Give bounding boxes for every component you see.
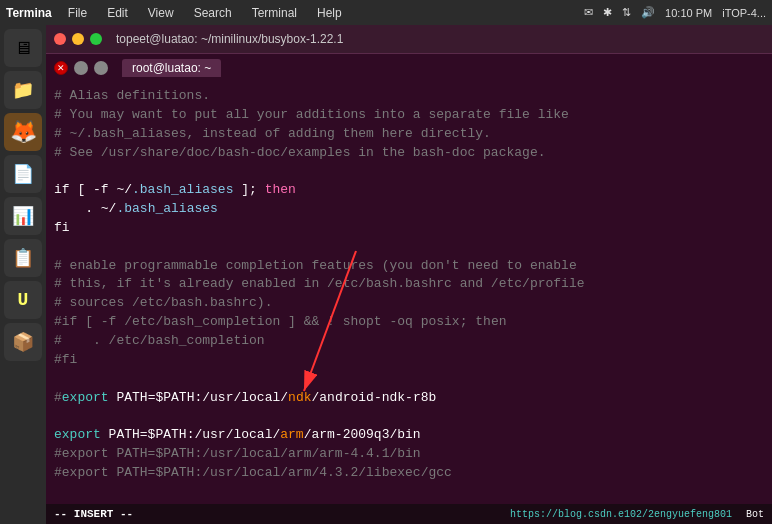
bluetooth-icon: ✱ bbox=[603, 6, 612, 19]
menu-file[interactable]: File bbox=[64, 4, 91, 22]
menu-edit[interactable]: Edit bbox=[103, 4, 132, 22]
title-bar-mini: topeet@luatao: ~/minilinux/busybox-1.22.… bbox=[46, 25, 772, 53]
title-bar-root: ✕ root@luatao: ~ bbox=[46, 53, 772, 81]
line-c4: #if [ -f /etc/bash_completion ] && ! sho… bbox=[54, 313, 764, 332]
tab-title-1: topeet@luatao: ~/minilinux/busybox-1.22.… bbox=[116, 32, 343, 46]
line-c6: #fi bbox=[54, 351, 764, 370]
line-2: # You may want to put all your additions… bbox=[54, 106, 764, 125]
status-mode: -- INSERT -- bbox=[54, 508, 133, 520]
volume-icon: 🔊 bbox=[641, 6, 655, 19]
network-icon: ⇅ bbox=[622, 6, 631, 19]
line-blank-3 bbox=[54, 370, 764, 389]
line-1: # Alias definitions. bbox=[54, 87, 764, 106]
menu-search[interactable]: Search bbox=[190, 4, 236, 22]
email-icon: ✉ bbox=[584, 6, 593, 19]
terminal-container: 🖥 📁 🦊 📄 📊 📋 U 📦 topeet@luatao: ~/minilin… bbox=[0, 25, 772, 524]
line-export-dim: #export PATH=$PATH:/usr/local/ndk/androi… bbox=[54, 389, 764, 408]
line-export-active: export PATH=$PATH:/usr/local/arm/arm-200… bbox=[54, 426, 764, 445]
term-content[interactable]: # Alias definitions. # You may want to p… bbox=[46, 81, 772, 504]
line-c5: # . /etc/bash_completion bbox=[54, 332, 764, 351]
sidebar: 🖥 📁 🦊 📄 📊 📋 U 📦 bbox=[0, 25, 46, 524]
tab-title-2: root@luatao: ~ bbox=[122, 59, 221, 77]
close-button-1[interactable] bbox=[54, 33, 66, 45]
line-blank-4 bbox=[54, 407, 764, 426]
sidebar-icon-doc[interactable]: 📄 bbox=[4, 155, 42, 193]
position-text: Bot bbox=[746, 509, 764, 520]
line-blank-1 bbox=[54, 162, 764, 181]
line-blank-2 bbox=[54, 238, 764, 257]
sidebar-icon-u[interactable]: U bbox=[4, 281, 42, 319]
menu-view[interactable]: View bbox=[144, 4, 178, 22]
line-c3: # sources /etc/bash.bashrc). bbox=[54, 294, 764, 313]
terminal-main: topeet@luatao: ~/minilinux/busybox-1.22.… bbox=[46, 25, 772, 524]
minimize-button-2[interactable] bbox=[74, 61, 88, 75]
sidebar-icon-notes[interactable]: 📋 bbox=[4, 239, 42, 277]
sidebar-icon-terminal[interactable]: 🖥 bbox=[4, 29, 42, 67]
minimize-button-1[interactable] bbox=[72, 33, 84, 45]
close-button-2[interactable]: ✕ bbox=[54, 61, 68, 75]
sidebar-icon-package[interactable]: 📦 bbox=[4, 323, 42, 361]
line-source: . ~/.bash_aliases bbox=[54, 200, 764, 219]
menu-right: ✉ ✱ ⇅ 🔊 10:10 PM iTOP-4... bbox=[584, 6, 766, 19]
line-if: if [ -f ~/.bash_aliases ]; then bbox=[54, 181, 764, 200]
maximize-button-1[interactable] bbox=[90, 33, 102, 45]
sidebar-icon-chart[interactable]: 📊 bbox=[4, 197, 42, 235]
sidebar-icon-files[interactable]: 📁 bbox=[4, 71, 42, 109]
line-fi: fi bbox=[54, 219, 764, 238]
sidebar-icon-firefox[interactable]: 🦊 bbox=[4, 113, 42, 151]
url-text: https://blog.csdn.e102/2engyuefeng801 bbox=[510, 509, 732, 520]
clock: 10:10 PM bbox=[665, 7, 712, 19]
line-4: # See /usr/share/doc/bash-doc/examples i… bbox=[54, 144, 764, 163]
line-c1: # enable programmable completion feature… bbox=[54, 257, 764, 276]
line-export-dim3: #export PATH=$PATH:/usr/local/arm/4.3.2/… bbox=[54, 464, 764, 483]
line-c2: # this, if it's already enabled in /etc/… bbox=[54, 275, 764, 294]
status-url: https://blog.csdn.e102/2engyuefeng801 Bo… bbox=[510, 509, 764, 520]
app-name: Termina bbox=[6, 6, 52, 20]
status-bar: -- INSERT -- https://blog.csdn.e102/2eng… bbox=[46, 504, 772, 524]
menu-help[interactable]: Help bbox=[313, 4, 346, 22]
top-menu-bar: Termina File Edit View Search Terminal H… bbox=[0, 0, 772, 25]
menu-left: Termina File Edit View Search Terminal H… bbox=[6, 4, 346, 22]
maximize-button-2[interactable] bbox=[94, 61, 108, 75]
user-label: iTOP-4... bbox=[722, 7, 766, 19]
menu-terminal[interactable]: Terminal bbox=[248, 4, 301, 22]
line-export-dim2: #export PATH=$PATH:/usr/local/arm/arm-4.… bbox=[54, 445, 764, 464]
line-3: # ~/.bash_aliases, instead of adding the… bbox=[54, 125, 764, 144]
